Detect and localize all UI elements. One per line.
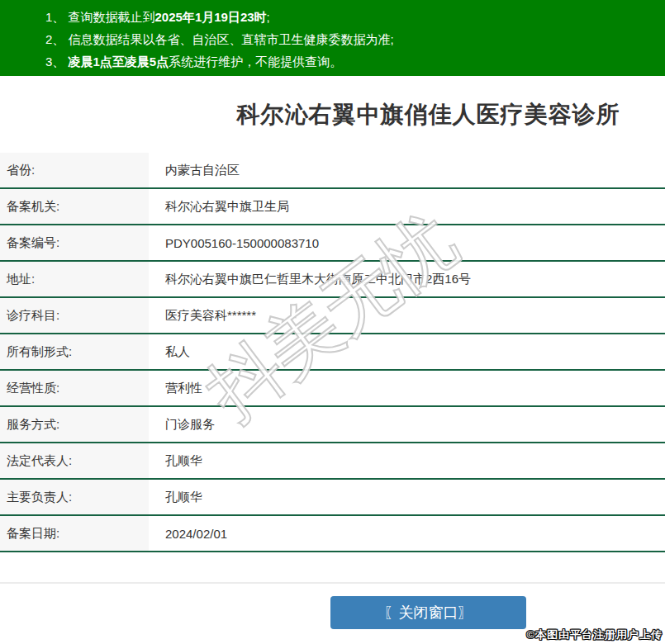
row-value: 科尔沁右翼中旗卫生局 — [149, 189, 665, 224]
row-value: 孔顺华 — [149, 480, 665, 514]
row-label: 经营性质: — [0, 371, 149, 405]
row-value: 医疗美容科****** — [149, 298, 665, 333]
notice-text-strong: 凌晨1点至凌晨5点 — [69, 54, 169, 69]
row-label: 备案机关: — [0, 189, 149, 224]
row-value: PDY005160-150000083710 — [149, 225, 665, 260]
row-value: 科尔沁右翼中旗巴仁哲里木大街南原二中北门市2西16号 — [149, 262, 665, 296]
table-row: 备案日期: 2024/02/01 — [0, 516, 665, 552]
table-row: 主要负责人: 孔顺华 — [0, 480, 665, 516]
table-row: 法定代表人: 孔顺华 — [0, 443, 665, 480]
table-row: 备案编号: PDY005160-150000083710 — [0, 225, 665, 262]
row-label: 省份: — [0, 153, 149, 187]
row-value: 营利性 — [149, 371, 665, 405]
row-label: 诊疗科目: — [0, 298, 149, 333]
close-window-button[interactable]: 〖关闭窗口〗 — [330, 596, 526, 629]
notice-bar: 1、 查询数据截止到2025年1月19日23时; 2、 信息数据结果以各省、自治… — [0, 0, 665, 76]
footer: 〖关闭窗口〗 — [0, 584, 665, 629]
row-label: 法定代表人: — [0, 443, 149, 478]
notice-line: 1、 查询数据截止到2025年1月19日23时; — [45, 6, 665, 28]
row-value: 门诊服务 — [149, 407, 665, 442]
copyright-watermark: ©本图由平台注册用户上传 — [526, 627, 663, 642]
row-label: 所有制形式: — [0, 334, 149, 369]
table-row: 服务方式: 门诊服务 — [0, 407, 665, 443]
row-value: 私人 — [149, 334, 665, 369]
row-label: 服务方式: — [0, 407, 149, 442]
table-row: 诊疗科目: 医疗美容科****** — [0, 298, 665, 334]
table-row: 地址: 科尔沁右翼中旗巴仁哲里木大街南原二中北门市2西16号 — [0, 262, 665, 298]
notice-line: 2、 信息数据结果以各省、自治区、直辖市卫生健康委数据为准; — [45, 28, 665, 50]
notice-text-segment: 2、 信息数据结果以各省、自治区、直辖市卫生健康委数据为准; — [45, 32, 394, 46]
table-row: 备案机关: 科尔沁右翼中旗卫生局 — [0, 189, 665, 225]
notice-line: 3、 凌晨1点至凌晨5点系统进行维护，不能提供查询。 — [45, 50, 665, 73]
record-table: 省份: 内蒙古自治区 备案机关: 科尔沁右翼中旗卫生局 备案编号: PDY005… — [0, 153, 665, 552]
page-title: 科尔沁右翼中旗俏佳人医疗美容诊所 — [0, 97, 665, 132]
notice-text-segment: 3、 — [45, 54, 69, 69]
table-row: 经营性质: 营利性 — [0, 371, 665, 407]
row-label: 地址: — [0, 262, 149, 296]
table-row: 省份: 内蒙古自治区 — [0, 153, 665, 189]
notice-text-segment: 1、 查询数据截止到 — [45, 10, 155, 24]
row-value: 内蒙古自治区 — [149, 153, 665, 187]
row-label: 备案日期: — [0, 516, 149, 551]
row-label: 主要负责人: — [0, 480, 149, 514]
notice-text-segment: 系统进行维护，不能提供查询。 — [169, 54, 342, 69]
notice-text-strong: 2025年1月19日23时 — [155, 10, 267, 24]
row-value: 2024/02/01 — [149, 516, 665, 551]
table-row: 所有制形式: 私人 — [0, 334, 665, 371]
notice-text-segment: ; — [267, 10, 270, 24]
row-value: 孔顺华 — [149, 443, 665, 478]
row-label: 备案编号: — [0, 225, 149, 260]
